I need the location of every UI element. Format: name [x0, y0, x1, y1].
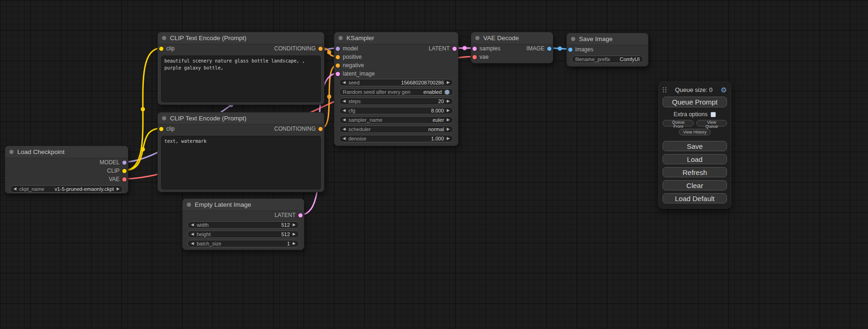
increment-arrow-icon[interactable]: ▶ [447, 99, 450, 103]
increment-arrow-icon[interactable]: ▶ [117, 187, 120, 191]
clear-button[interactable]: Clear [663, 180, 727, 190]
output-slot-image[interactable]: IMAGE [526, 45, 551, 52]
collapse-toggle-icon[interactable] [9, 150, 14, 154]
node-title-bar[interactable]: CLIP Text Encode (Prompt) [158, 32, 324, 44]
scheduler-widget[interactable]: ◀ scheduler normal ▶ [339, 126, 453, 133]
settings-gear-icon[interactable]: ⚙ [721, 86, 727, 93]
output-slot-conditioning[interactable]: CONDITIONING [274, 45, 323, 52]
steps-widget[interactable]: ◀ steps 20 ▶ [339, 98, 453, 105]
clip-slot-dot[interactable] [122, 169, 127, 173]
view-queue-button[interactable]: View Queue [696, 120, 727, 126]
height-widget[interactable]: ◀ height 512 ▶ [187, 231, 299, 238]
clip-slot-dot[interactable] [159, 127, 163, 131]
latent-slot-dot[interactable] [298, 213, 303, 217]
input-slot-positive[interactable]: positive [336, 54, 362, 60]
width-widget[interactable]: ◀ width 512 ▶ [187, 221, 299, 229]
input-slot-clip[interactable]: clip [159, 126, 175, 132]
prompt-textarea[interactable]: text, watermark [161, 136, 321, 189]
input-slot-images[interactable]: images [568, 46, 593, 53]
denoise-widget[interactable]: ◀ denoise 1.000 ▶ [339, 135, 453, 142]
input-slot-model[interactable]: model [336, 45, 358, 52]
increment-arrow-icon[interactable]: ▶ [447, 137, 450, 140]
input-slot-vae[interactable]: vae [473, 54, 488, 60]
conditioning-slot-dot[interactable] [318, 127, 323, 131]
decrement-arrow-icon[interactable]: ◀ [343, 99, 346, 103]
output-slot-latent[interactable]: LATENT [275, 212, 303, 218]
collapse-toggle-icon[interactable] [339, 36, 343, 40]
model-slot-dot[interactable] [336, 47, 340, 51]
prompt-textarea[interactable]: beautiful scenery nature glass bottle la… [161, 56, 321, 102]
node-vae-decode[interactable]: VAE Decode samples IMAGE vae [471, 32, 553, 63]
collapse-toggle-icon[interactable] [571, 37, 575, 41]
node-title-bar[interactable]: Save Image [567, 33, 648, 45]
batch-size-widget[interactable]: ◀ batch_size 1 ▶ [187, 240, 299, 247]
increment-arrow-icon[interactable]: ▶ [293, 223, 296, 227]
sampler-name-widget[interactable]: ◀ sampler_name euler ▶ [339, 116, 453, 124]
node-title-bar[interactable]: Empty Latent Image [183, 199, 304, 211]
increment-arrow-icon[interactable]: ▶ [447, 118, 450, 122]
collapse-toggle-icon[interactable] [162, 116, 166, 120]
conditioning-slot-dot[interactable] [336, 55, 340, 59]
decrement-arrow-icon[interactable]: ◀ [343, 127, 346, 131]
latent-slot-dot[interactable] [452, 47, 457, 51]
drag-handle-icon[interactable] [663, 87, 667, 93]
node-title-bar[interactable]: VAE Decode [471, 32, 553, 44]
decrement-arrow-icon[interactable]: ◀ [343, 109, 346, 112]
decrement-arrow-icon[interactable]: ◀ [191, 242, 194, 245]
input-slot-negative[interactable]: negative [336, 62, 364, 69]
refresh-button[interactable]: Refresh [663, 167, 727, 177]
image-slot-dot[interactable] [547, 47, 551, 51]
collapse-toggle-icon[interactable] [475, 36, 480, 40]
latent-slot-dot[interactable] [473, 47, 477, 51]
view-history-button[interactable]: View History [679, 129, 711, 135]
node-title-bar[interactable]: Load Checkpoint [5, 146, 128, 158]
node-empty-latent-image[interactable]: Empty Latent Image LATENT ◀ width 512 ▶ … [182, 198, 304, 250]
extra-options-checkbox[interactable] [711, 112, 716, 117]
latent-slot-dot[interactable] [336, 72, 340, 76]
collapse-toggle-icon[interactable] [187, 203, 191, 207]
node-ksampler[interactable]: KSampler model LATENT positive negative … [334, 32, 459, 146]
conditioning-slot-dot[interactable] [318, 47, 323, 51]
output-slot-clip[interactable]: CLIP [107, 168, 127, 174]
decrement-arrow-icon[interactable]: ◀ [343, 118, 346, 122]
input-slot-clip[interactable]: clip [159, 45, 175, 52]
collapse-toggle-icon[interactable] [162, 36, 166, 40]
decrement-arrow-icon[interactable]: ◀ [14, 187, 16, 191]
ckpt-name-widget[interactable]: ◀ ckpt_name v1-5-pruned-emaonly.ckpt ▶ [10, 185, 123, 193]
save-button[interactable]: Save [663, 141, 727, 151]
seed-widget[interactable]: ◀ seed 156680208700286 ▶ [339, 79, 453, 86]
node-save-image[interactable]: Save Image images filename_prefix ComfyU… [566, 33, 649, 67]
queue-front-button[interactable]: Queue Front [663, 120, 694, 126]
node-load-checkpoint[interactable]: Load Checkpoint MODEL CLIP VAE ◀ ckpt_na… [5, 146, 128, 194]
increment-arrow-icon[interactable]: ▶ [293, 242, 296, 245]
decrement-arrow-icon[interactable]: ◀ [343, 137, 346, 140]
node-clip-text-encode-negative[interactable]: CLIP Text Encode (Prompt) clip CONDITION… [157, 112, 325, 192]
clip-slot-dot[interactable] [159, 47, 163, 51]
node-clip-text-encode-positive[interactable]: CLIP Text Encode (Prompt) clip CONDITION… [157, 32, 325, 105]
filename-prefix-widget[interactable]: filename_prefix ComfyUI [572, 56, 643, 63]
vae-slot-dot[interactable] [473, 55, 477, 59]
model-slot-dot[interactable] [122, 161, 127, 165]
decrement-arrow-icon[interactable]: ◀ [191, 232, 194, 236]
queue-prompt-button[interactable]: Queue Prompt [663, 97, 727, 107]
increment-arrow-icon[interactable]: ▶ [447, 81, 450, 84]
increment-arrow-icon[interactable]: ▶ [447, 127, 450, 131]
load-button[interactable]: Load [663, 154, 727, 164]
conditioning-slot-dot[interactable] [336, 63, 340, 68]
output-slot-vae[interactable]: VAE [109, 176, 127, 182]
image-slot-dot[interactable] [568, 48, 572, 52]
decrement-arrow-icon[interactable]: ◀ [191, 223, 194, 227]
output-slot-conditioning[interactable]: CONDITIONING [274, 126, 323, 132]
input-slot-latent-image[interactable]: latent_image [336, 70, 375, 77]
cfg-widget[interactable]: ◀ cfg 8.000 ▶ [339, 107, 453, 114]
decrement-arrow-icon[interactable]: ◀ [343, 81, 346, 84]
toggle-knob-icon[interactable] [445, 90, 450, 95]
output-slot-latent[interactable]: LATENT [429, 45, 457, 52]
increment-arrow-icon[interactable]: ▶ [447, 109, 450, 112]
output-slot-model[interactable]: MODEL [99, 159, 127, 166]
random-seed-toggle-widget[interactable]: Random seed after every gen enabled [339, 88, 453, 96]
input-slot-samples[interactable]: samples [473, 45, 501, 52]
vae-slot-dot[interactable] [122, 177, 127, 182]
node-title-bar[interactable]: KSampler [334, 32, 458, 44]
load-default-button[interactable]: Load Default [663, 193, 727, 203]
